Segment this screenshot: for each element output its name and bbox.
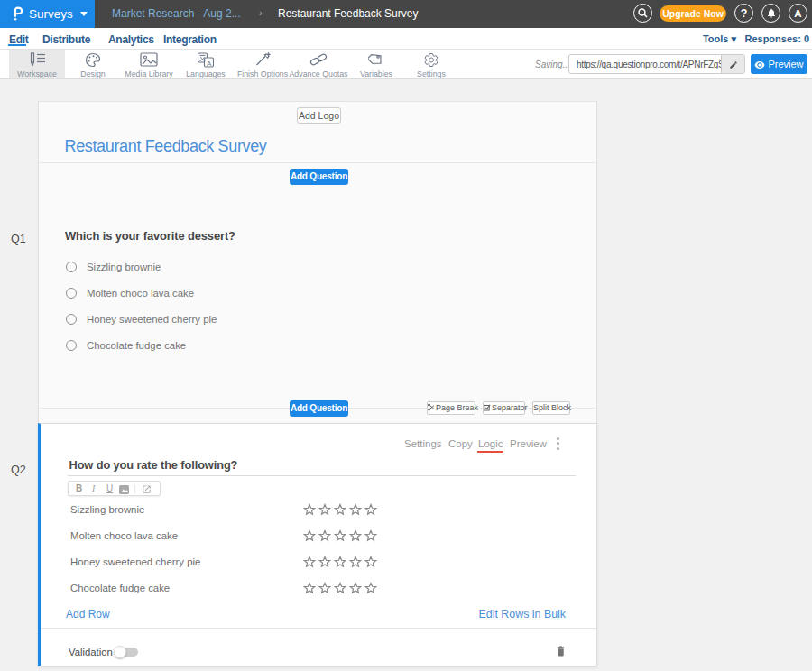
svg-text:A: A <box>207 60 212 68</box>
